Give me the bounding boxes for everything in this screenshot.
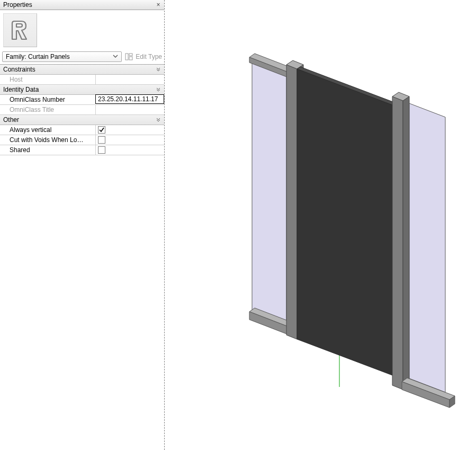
group-header[interactable]: Identity Data [0, 85, 164, 95]
family-selector-row: Family: Curtain Panels Edit Type [0, 50, 164, 64]
viewport-drawing [165, 0, 476, 450]
viewport-3d[interactable] [165, 0, 476, 450]
group-header[interactable]: Other [0, 115, 164, 125]
properties-palette: Properties × Family: Curtain Panels [0, 0, 165, 450]
property-label: OmniClass Number [0, 95, 95, 104]
group-name: Other [3, 116, 154, 123]
collapse-icon[interactable] [154, 117, 161, 123]
property-row[interactable]: OmniClass Title [0, 105, 164, 115]
svg-rect-0 [125, 54, 128, 60]
property-value[interactable]: 23.25.20.14.11.11.17 [95, 94, 164, 104]
group-name: Identity Data [3, 86, 154, 93]
svg-rect-2 [129, 57, 132, 60]
family-selector[interactable]: Family: Curtain Panels [2, 51, 122, 62]
family-selector-label: Family: Curtain Panels [6, 53, 112, 60]
close-icon[interactable]: × [155, 1, 162, 8]
svg-marker-19 [409, 103, 445, 392]
checkbox[interactable] [98, 136, 105, 144]
svg-marker-16 [392, 96, 403, 390]
svg-marker-4 [252, 61, 286, 323]
property-grid: ConstraintsHostIdentity DataOmniClass Nu… [0, 64, 164, 155]
type-preview-row [0, 10, 164, 50]
property-row[interactable]: Cut with Voids When Lo… [0, 135, 164, 145]
property-label: OmniClass Title [0, 105, 95, 114]
property-label: Host [0, 75, 95, 84]
property-label: Always vertical [0, 125, 95, 135]
edit-type-icon [125, 52, 133, 61]
group-name: Constraints [3, 66, 154, 73]
svg-marker-10 [286, 65, 297, 339]
property-row[interactable]: Always vertical [0, 125, 164, 135]
checkbox[interactable] [98, 126, 105, 134]
palette-titlebar[interactable]: Properties × [0, 0, 164, 10]
property-value[interactable] [95, 145, 164, 155]
collapse-icon[interactable] [154, 66, 161, 73]
property-label: Shared [0, 145, 95, 155]
edit-type-label: Edit Type [136, 53, 162, 60]
property-value [95, 75, 164, 84]
property-row[interactable]: OmniClass Number23.25.20.14.11.11.17 [0, 95, 164, 105]
property-label: Cut with Voids When Lo… [0, 135, 95, 145]
svg-marker-13 [297, 69, 392, 375]
svg-marker-17 [403, 96, 409, 390]
property-row[interactable]: Shared [0, 145, 164, 155]
chevron-down-icon [112, 53, 119, 60]
property-value[interactable] [95, 135, 164, 145]
type-thumbnail[interactable] [3, 13, 37, 47]
property-value [95, 105, 164, 114]
property-row[interactable]: Host [0, 75, 164, 85]
edit-type-button[interactable]: Edit Type [125, 51, 162, 62]
group-header[interactable]: Constraints [0, 65, 164, 75]
property-value[interactable] [95, 125, 164, 135]
svg-rect-1 [129, 54, 132, 56]
palette-title: Properties [3, 0, 155, 10]
checkbox[interactable] [98, 146, 105, 154]
collapse-icon[interactable] [154, 86, 161, 93]
